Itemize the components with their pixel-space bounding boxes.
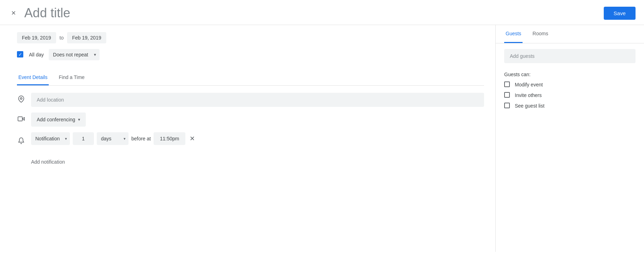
conferencing-field-row: Add conferencing ▾ [17,113,484,127]
invite-others-checkbox-wrapper[interactable] [504,92,511,98]
guests-can-section: Guests can: Modify event Invite others [496,69,644,116]
main-content: Feb 19, 2019 to Feb 19, 2019 ✓ All day D… [0,25,644,252]
notification-time-input[interactable] [154,132,185,145]
allday-label: All day [29,52,44,57]
bell-icon [17,137,25,146]
tab-event-details[interactable]: Event Details [17,70,49,85]
end-date-button[interactable]: Feb 19, 2019 [67,32,106,43]
start-date-button[interactable]: Feb 19, 2019 [17,32,56,43]
right-tabs-row: Guests Rooms [496,25,644,43]
right-panel: Guests Rooms Guests can: Modify event [496,25,644,252]
location-input[interactable] [31,93,484,107]
permission-row-invite: Invite others [504,92,636,98]
notification-row: Notification Email minutes hours days we… [31,132,196,145]
location-icon [17,96,25,104]
notification-type-wrapper: Notification Email [31,132,70,145]
guests-input[interactable] [504,49,636,63]
conferencing-label: Add conferencing [37,117,75,122]
notification-unit-select[interactable]: minutes hours days weeks [97,132,129,145]
close-button[interactable]: × [8,8,19,18]
tab-find-a-time[interactable]: Find a Time [57,70,86,85]
see-guest-list-checkbox-wrapper[interactable] [504,103,511,109]
svg-marker-1 [22,117,24,120]
permission-row-see-list: See guest list [504,103,636,109]
see-guest-list-label: See guest list [515,103,544,109]
permission-row-modify: Modify event [504,81,636,88]
guests-can-label: Guests can: [504,72,636,77]
notification-type-select[interactable]: Notification Email [31,132,70,145]
save-button[interactable]: Save [604,7,636,20]
notification-value-input[interactable] [73,132,94,145]
svg-rect-2 [18,117,23,121]
location-field-row [17,93,484,107]
left-tabs-row: Event Details Find a Time [17,70,484,86]
conferencing-arrow-icon: ▾ [78,117,80,122]
before-at-label: before at [131,136,151,141]
notification-field-row: Notification Email minutes hours days we… [17,132,484,151]
top-bar: × Save [0,0,644,25]
allday-checkbox-wrapper[interactable]: ✓ [17,51,24,58]
svg-point-0 [20,97,22,99]
repeat-wrapper: Does not repeat Every day Every week Eve… [49,49,100,60]
title-input[interactable] [24,6,604,20]
allday-row: ✓ All day Does not repeat Every day Ever… [17,49,484,60]
video-icon [17,115,25,124]
repeat-select[interactable]: Does not repeat Every day Every week Eve… [49,49,100,60]
add-conferencing-button[interactable]: Add conferencing ▾ [31,113,86,127]
left-panel: Feb 19, 2019 to Feb 19, 2019 ✓ All day D… [0,25,496,252]
modify-event-checkbox-wrapper[interactable] [504,81,511,88]
guests-input-wrapper [496,43,644,69]
invite-others-label: Invite others [515,92,542,98]
modify-event-label: Modify event [515,82,543,87]
date-row: Feb 19, 2019 to Feb 19, 2019 [17,32,484,43]
tab-guests[interactable]: Guests [504,25,523,43]
tab-rooms[interactable]: Rooms [531,25,549,43]
date-separator: to [60,35,64,41]
notification-remove-button[interactable]: ✕ [188,133,196,144]
notification-unit-wrapper: minutes hours days weeks [97,132,129,145]
add-notification-button[interactable]: Add notification [31,156,65,168]
